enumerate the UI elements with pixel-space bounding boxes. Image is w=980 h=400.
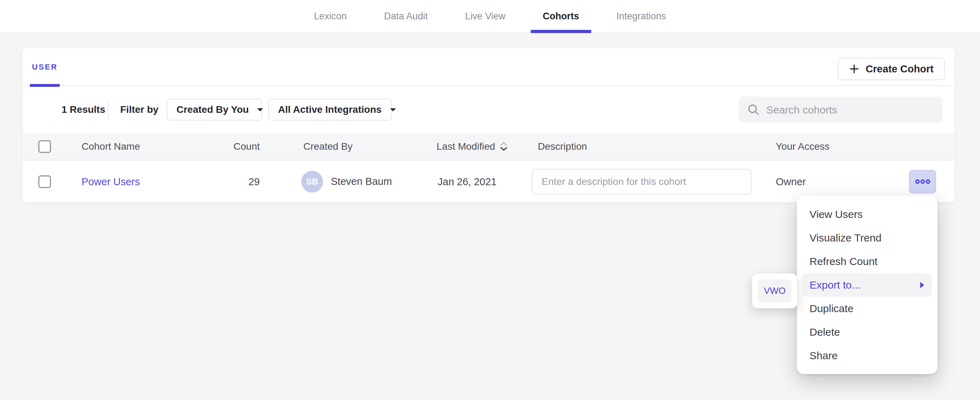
menu-item-export-to[interactable]: Export to... [802,273,932,296]
menu-item-visualize-trend[interactable]: Visualize Trend [802,226,932,250]
caret-down-icon [256,108,264,112]
integrations-dropdown-label: All Active Integrations [278,104,382,115]
column-last-modified-label: Last Modified [437,141,495,152]
row-context-menu: View Users Visualize Trend Refresh Count… [797,196,937,374]
integrations-dropdown[interactable]: All Active Integrations [268,99,392,121]
cohort-name-link[interactable]: Power Users [81,176,140,187]
nav-tab-integrations[interactable]: Integrations [602,0,681,32]
create-cohort-button[interactable]: Create Cohort [838,57,945,80]
column-cohort-name: Cohort Name [81,141,140,152]
column-count: Count [188,141,260,152]
filter-by-label: Filter by [120,104,159,115]
created-by-cell: SB Steven Baum [301,171,392,193]
plus-icon [849,64,859,74]
search-cohorts-box [739,97,942,123]
table-header: Cohort Name Count Created By Last Modifi… [22,133,955,161]
created-by-dropdown[interactable]: Created By You [167,99,262,121]
select-all-checkbox[interactable] [38,140,51,153]
column-your-access: Your Access [776,141,830,152]
tab-user[interactable]: USER [30,48,60,86]
submenu-arrow-icon [920,281,925,289]
cohorts-panel: USER Create Cohort 1 Results Filter by C… [22,48,955,202]
created-by-dropdown-label: Created By You [177,104,249,115]
submenu-item-vwo[interactable]: VWO [758,279,792,303]
caret-down-icon [390,108,396,112]
create-cohort-label: Create Cohort [866,63,934,75]
menu-item-share[interactable]: Share [802,344,932,367]
column-created-by: Created By [303,141,353,152]
column-last-modified[interactable]: Last Modified [437,141,508,152]
export-submenu: VWO [752,274,797,308]
menu-item-view-users[interactable]: View Users [802,202,932,226]
nav-tab-live-view[interactable]: Live View [450,0,520,32]
search-icon [747,104,760,116]
description-input[interactable] [532,169,751,194]
row-more-button[interactable] [909,170,936,193]
column-description: Description [538,141,587,152]
nav-tab-data-audit[interactable]: Data Audit [369,0,442,32]
nav-tab-cohorts[interactable]: Cohorts [528,0,594,32]
nav-tab-lexicon[interactable]: Lexicon [299,0,361,32]
results-count: 1 Results [62,104,105,115]
last-modified-date: Jan 26, 2021 [438,176,497,187]
sort-icon [500,142,508,151]
panel-header: USER Create Cohort [22,48,955,86]
menu-item-duplicate[interactable]: Duplicate [802,296,932,320]
menu-item-delete[interactable]: Delete [802,320,932,344]
access-value: Owner [776,176,806,187]
vertical-divider [108,99,109,120]
menu-item-export-to-label: Export to... [810,279,861,291]
menu-item-refresh-count[interactable]: Refresh Count [802,250,932,273]
avatar: SB [301,171,323,193]
cohort-count: 29 [188,176,260,187]
created-by-name: Steven Baum [331,176,392,187]
more-options-icon [915,178,931,185]
top-navigation: Lexicon Data Audit Live View Cohorts Int… [0,0,980,33]
row-checkbox[interactable] [38,175,51,188]
filter-bar: 1 Results Filter by Created By You All A… [22,86,955,133]
search-input[interactable] [766,104,934,116]
